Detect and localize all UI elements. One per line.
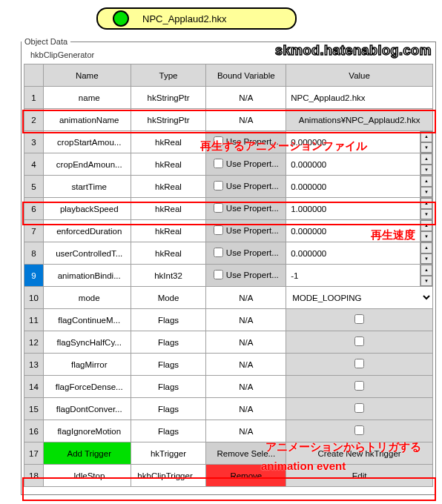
flag-checkbox[interactable] <box>354 381 364 391</box>
use-property-checkbox[interactable] <box>214 136 223 146</box>
header-value[interactable]: Value <box>286 64 433 87</box>
bound-use-property[interactable]: Use Propert... <box>206 198 286 220</box>
spinner-up[interactable]: ▲ <box>420 198 432 209</box>
property-type: Mode <box>131 287 206 309</box>
spinner-up[interactable]: ▲ <box>420 242 432 253</box>
edit-trigger-button[interactable]: Edit <box>286 465 433 487</box>
property-type: hkbClipTrigger... <box>131 465 206 487</box>
spinner-up[interactable]: ▲ <box>420 220 432 231</box>
bound-use-property[interactable]: Use Propert... <box>206 265 286 287</box>
property-name: playbackSpeed <box>43 198 131 220</box>
spinner-input[interactable] <box>286 153 420 175</box>
spinner-input[interactable] <box>286 131 420 153</box>
row-index[interactable]: 1 <box>24 87 44 109</box>
row-index[interactable]: 15 <box>24 398 44 420</box>
use-property-checkbox[interactable] <box>214 159 223 168</box>
use-property-checkbox[interactable] <box>214 181 223 190</box>
value-flag[interactable] <box>286 354 433 376</box>
row-index[interactable]: 9 <box>24 265 44 287</box>
row-index[interactable]: 11 <box>24 309 44 331</box>
use-property-checkbox[interactable] <box>214 248 223 257</box>
spinner-input[interactable] <box>286 176 420 197</box>
remove-selected-button[interactable]: Remove Sele... <box>206 442 286 465</box>
value-select[interactable]: MODE_LOOPING <box>286 287 433 309</box>
spinner-up[interactable]: ▲ <box>420 131 432 142</box>
bound-use-property[interactable]: Use Propert... <box>206 153 286 176</box>
row-index[interactable]: 14 <box>24 376 44 398</box>
spinner-down[interactable]: ▼ <box>420 142 432 153</box>
spinner-down[interactable]: ▼ <box>420 231 432 242</box>
value-spinner[interactable]: ▲▼ <box>286 131 433 153</box>
spinner-input[interactable] <box>286 242 420 264</box>
use-property-checkbox[interactable] <box>214 270 223 279</box>
row-index[interactable]: 3 <box>24 131 44 153</box>
row-index[interactable]: 18 <box>24 465 44 487</box>
flag-checkbox[interactable] <box>354 359 364 368</box>
value-flag[interactable] <box>286 398 433 420</box>
bound-use-property[interactable]: Use Propert... <box>206 176 286 198</box>
spinner-up[interactable]: ▲ <box>420 176 432 187</box>
table-row: 2animationNamehkStringPtrN/AAnimations¥N… <box>24 109 433 131</box>
spinner-input[interactable] <box>286 220 420 242</box>
property-type: Flags <box>131 398 206 420</box>
value-spinner[interactable]: ▲▼ <box>286 265 433 287</box>
value-spinner[interactable]: ▲▼ <box>286 198 433 220</box>
value-flag[interactable] <box>286 331 433 354</box>
value-flag[interactable] <box>286 309 433 331</box>
bound-use-property[interactable]: Use Propert... <box>206 220 286 242</box>
property-name: enforcedDuration <box>43 220 131 242</box>
property-type: Flags <box>131 420 206 442</box>
spinner-input[interactable] <box>286 198 420 219</box>
spinner-down[interactable]: ▼ <box>420 209 432 220</box>
use-property-checkbox[interactable] <box>214 225 223 235</box>
value-readonly: NPC_Applaud2.hkx <box>286 87 433 109</box>
row-index[interactable]: 16 <box>24 420 44 442</box>
use-property-checkbox[interactable] <box>214 203 223 213</box>
row-index[interactable]: 2 <box>24 109 44 131</box>
row-index[interactable]: 5 <box>24 176 44 198</box>
bound-na: N/A <box>206 420 286 442</box>
value-spinner[interactable]: ▲▼ <box>286 220 433 242</box>
flag-checkbox[interactable] <box>354 403 364 413</box>
bound-na: N/A <box>206 331 286 354</box>
flag-checkbox[interactable] <box>354 336 364 346</box>
value-spinner[interactable]: ▲▼ <box>286 153 433 176</box>
spinner-up[interactable]: ▲ <box>420 265 432 276</box>
row-index[interactable]: 8 <box>24 242 44 265</box>
spinner-down[interactable]: ▼ <box>420 253 432 265</box>
value-flag[interactable] <box>286 376 433 398</box>
remove-button[interactable]: Remove <box>206 465 286 487</box>
flag-checkbox[interactable] <box>354 314 364 324</box>
row-index[interactable]: 6 <box>24 198 44 220</box>
header-name[interactable]: Name <box>43 64 131 87</box>
property-type: hkReal <box>131 131 206 153</box>
property-type: Flags <box>131 331 206 354</box>
property-name: flagSyncHalfCy... <box>43 331 131 354</box>
flag-checkbox[interactable] <box>354 425 364 435</box>
spinner-down[interactable]: ▼ <box>420 276 432 287</box>
row-index[interactable]: 10 <box>24 287 44 309</box>
add-trigger-button[interactable]: Add Trigger <box>43 442 131 465</box>
top-node[interactable]: NPC_Applaud2.hkx <box>96 7 297 30</box>
row-index[interactable]: 17 <box>24 442 44 465</box>
header-bound[interactable]: Bound Variable <box>206 64 286 87</box>
spinner-up[interactable]: ▲ <box>420 153 432 165</box>
property-type: hkStringPtr <box>131 87 206 109</box>
value-spinner[interactable]: ▲▼ <box>286 176 433 198</box>
property-name: flagDontConver... <box>43 398 131 420</box>
spinner-down[interactable]: ▼ <box>420 165 432 176</box>
row-index[interactable]: 12 <box>24 331 44 354</box>
row-index[interactable]: 13 <box>24 354 44 376</box>
row-index[interactable]: 7 <box>24 220 44 242</box>
value-spinner[interactable]: ▲▼ <box>286 242 433 265</box>
table-row: 18IdleStophkbClipTrigger...RemoveEdit <box>24 465 433 487</box>
value-flag[interactable] <box>286 420 433 442</box>
bound-use-property[interactable]: Use Propert... <box>206 131 286 153</box>
mode-select[interactable]: MODE_LOOPING <box>286 287 432 308</box>
row-index[interactable]: 4 <box>24 153 44 176</box>
spinner-down[interactable]: ▼ <box>420 187 432 198</box>
property-name: cropStartAmou... <box>43 131 131 153</box>
spinner-input[interactable] <box>286 265 420 286</box>
header-type[interactable]: Type <box>131 64 206 87</box>
bound-use-property[interactable]: Use Propert... <box>206 242 286 265</box>
